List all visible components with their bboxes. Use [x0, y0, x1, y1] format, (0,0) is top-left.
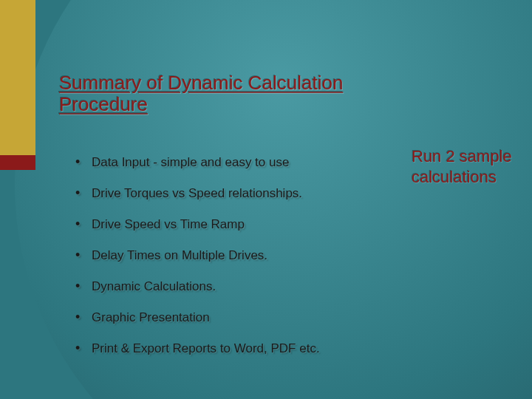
left-accent-red [0, 155, 35, 170]
list-item: Data Input - simple and easy to use [72, 155, 390, 170]
left-accent-gold [0, 0, 35, 155]
list-item: Drive Speed vs Time Ramp [72, 217, 390, 232]
list-item: Delay Times on Multiple Drives. [72, 248, 390, 263]
list-item: Drive Torques vs Speed relationships. [72, 186, 390, 201]
slide-title: Summary of Dynamic Calculation Procedure [59, 72, 377, 115]
list-item: Print & Export Reports to Word, PDF etc. [72, 341, 390, 356]
bullet-list: Data Input - simple and easy to use Driv… [72, 155, 390, 372]
left-accent-bar [0, 0, 35, 399]
sidebar-note: Run 2 sample calculations [412, 146, 532, 187]
slide-content: Summary of Dynamic Calculation Procedure… [35, 0, 532, 399]
list-item: Graphic Presentation [72, 310, 390, 325]
list-item: Dynamic Calculations. [72, 279, 390, 294]
